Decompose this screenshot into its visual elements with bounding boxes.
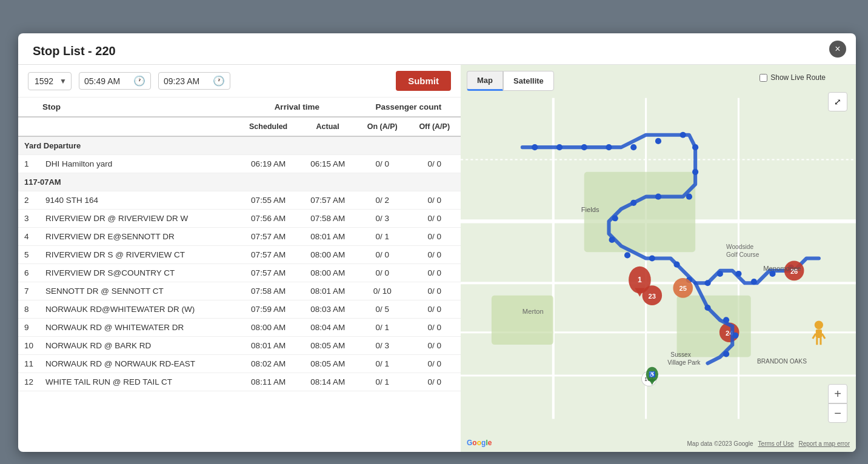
table-row: 1 DHI Hamilton yard 06:19 AM 06:15 AM 0/…	[18, 155, 461, 173]
stop-off: 0/ 0	[408, 373, 461, 391]
svg-point-25	[609, 237, 615, 243]
section-header-label: 117-07AM	[18, 173, 461, 191]
svg-rect-62	[816, 330, 822, 338]
stop-on: 0/ 1	[356, 319, 409, 337]
stop-number: 7	[18, 282, 39, 300]
table-subheader-row: Scheduled Actual On (A/P) Off (A/P)	[18, 117, 461, 136]
svg-point-27	[649, 255, 655, 261]
table-row: 10 NORWAUK RD @ BARK RD 08:01 AM 08:05 A…	[18, 337, 461, 355]
svg-text:Village Park: Village Park	[667, 359, 701, 366]
col-off-subheader: Off (A/P)	[408, 117, 461, 136]
live-route-checkbox[interactable]	[760, 74, 767, 82]
svg-point-32	[735, 271, 741, 277]
svg-text:Fields: Fields	[581, 206, 599, 213]
stop-off: 0/ 0	[408, 191, 461, 210]
stop-scheduled: 06:19 AM	[238, 155, 299, 173]
map-tab-map[interactable]: Map	[467, 71, 503, 91]
stop-off: 0/ 0	[408, 228, 461, 246]
time-end-wrapper: 09:23 AM 🕐	[158, 72, 230, 90]
map-zoom-in-button[interactable]: +	[828, 384, 847, 403]
map-section: Map Satellite Show Live Route ⤢	[461, 65, 856, 452]
svg-point-15	[606, 144, 612, 150]
svg-point-23	[630, 200, 636, 206]
map-report-text[interactable]: Report a map error	[799, 440, 850, 447]
stop-off: 0/ 0	[408, 337, 461, 355]
stop-on: 0/ 3	[356, 210, 409, 228]
stop-number: 3	[18, 210, 39, 228]
stop-scheduled: 07:58 AM	[238, 282, 299, 300]
modal-header: Stop List - 220 ×	[18, 33, 856, 65]
map-terms-text[interactable]: Terms of Use	[758, 440, 794, 447]
stop-on: 0/ 3	[356, 337, 409, 355]
stop-table: Stop Arrival time Passenger count Schedu…	[18, 98, 461, 391]
stop-name: WHITE TAIL RUN @ RED TAIL CT	[39, 373, 238, 391]
stop-on: 0/ 0	[356, 155, 409, 173]
stop-actual: 08:05 AM	[299, 355, 356, 373]
stop-name: RIVERVIEW DR S @ RIVERVIEW CT	[39, 246, 238, 264]
map-tab-controls: Map Satellite	[467, 71, 554, 91]
table-header-row-1: Stop Arrival time Passenger count	[18, 98, 461, 117]
live-route-control: Show Live Route	[760, 73, 826, 82]
map-fullscreen-button[interactable]: ⤢	[828, 92, 847, 111]
stop-actual: 08:01 AM	[299, 282, 356, 300]
stop-scheduled: 07:57 AM	[238, 264, 299, 282]
stop-actual: 07:57 AM	[299, 191, 356, 210]
svg-point-48	[723, 317, 729, 323]
col-actual-subheader: Actual	[299, 117, 356, 136]
svg-point-13	[556, 144, 563, 150]
table-section-header: 117-07AM	[18, 173, 461, 191]
svg-point-49	[732, 333, 738, 339]
svg-point-28	[673, 262, 679, 268]
live-route-label: Show Live Route	[770, 73, 826, 82]
stop-number: 6	[18, 264, 39, 282]
stop-scheduled: 07:55 AM	[238, 191, 299, 210]
stop-number: 2	[18, 191, 39, 210]
close-button[interactable]: ×	[829, 41, 846, 58]
route-select[interactable]: 1592	[28, 72, 72, 90]
modal-body: 1592 ▼ 05:49 AM 🕐 09:23 AM 🕐 Submit	[18, 65, 856, 452]
col-arrival-header: Arrival time	[238, 98, 356, 117]
svg-text:Woodside: Woodside	[726, 244, 753, 250]
clock-end-icon[interactable]: 🕐	[213, 75, 225, 87]
time-start-input[interactable]: 05:49 AM	[84, 76, 130, 86]
map-zoom-out-button[interactable]: −	[828, 403, 847, 423]
svg-text:25: 25	[679, 285, 687, 292]
stop-on: 0/ 0	[356, 264, 409, 282]
stop-off: 0/ 0	[408, 282, 461, 300]
stop-off: 0/ 0	[408, 300, 461, 319]
svg-point-19	[692, 144, 698, 150]
map-canvas: 1 23 25 26 24 Woods	[461, 65, 856, 452]
stop-scheduled: 07:59 AM	[238, 300, 299, 319]
table-row: 5 RIVERVIEW DR S @ RIVERVIEW CT 07:57 AM…	[18, 246, 461, 264]
table-row: 8 NORWAUK RD@WHITEWATER DR (W) 07:59 AM …	[18, 300, 461, 319]
svg-point-33	[751, 279, 757, 285]
svg-text:Merton: Merton	[522, 308, 544, 315]
table-body: Yard Departure 1 DHI Hamilton yard 06:19…	[18, 136, 461, 391]
stop-off: 0/ 0	[408, 355, 461, 373]
time-end-input[interactable]: 09:23 AM	[164, 76, 209, 86]
submit-button[interactable]: Submit	[396, 71, 451, 91]
stop-on: 0/ 2	[356, 191, 409, 210]
col-stop-name-subheader	[39, 117, 238, 136]
stop-name: NORWAUK RD@WHITEWATER DR (W)	[39, 300, 238, 319]
stop-scheduled: 08:02 AM	[238, 355, 299, 373]
col-num-subheader	[18, 117, 39, 136]
table-row: 7 SENNOTT DR @ SENNOTT CT 07:58 AM 08:01…	[18, 282, 461, 300]
stop-on: 0/ 1	[356, 228, 409, 246]
svg-point-20	[692, 169, 698, 175]
stop-name: 9140 STH 164	[39, 191, 238, 210]
section-header-label: Yard Departure	[18, 136, 461, 155]
map-tab-satellite[interactable]: Satellite	[503, 71, 554, 91]
map-data-text: Map data ©2023 Google	[687, 440, 753, 447]
stop-off: 0/ 0	[408, 155, 461, 173]
stop-name: RIVERVIEW DR @ RIVERVIEW DR W	[39, 210, 238, 228]
svg-point-21	[686, 194, 692, 200]
svg-point-24	[612, 215, 618, 221]
stop-on: 0/ 5	[356, 300, 409, 319]
svg-point-50	[723, 351, 729, 357]
stop-number: 9	[18, 319, 39, 337]
clock-start-icon[interactable]: 🕐	[133, 75, 145, 87]
svg-point-17	[655, 138, 661, 144]
table-section-header: Yard Departure	[18, 136, 461, 155]
stop-actual: 08:00 AM	[299, 246, 356, 264]
